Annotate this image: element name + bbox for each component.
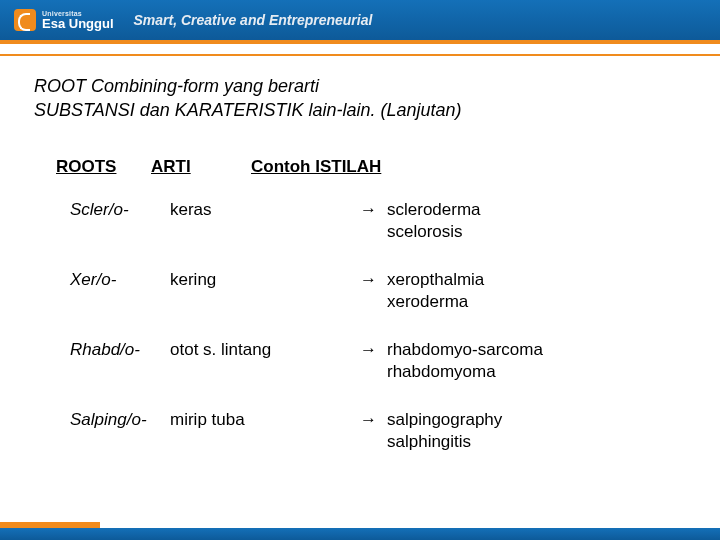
example-1: scleroderma: [387, 200, 481, 219]
cell-arti: otot s. lintang: [170, 339, 360, 383]
table-row: Rhabd/o- otot s. lintang → rhabdomyo-sar…: [70, 339, 686, 383]
brand-logo: Universitas Esa Unggul: [14, 9, 114, 31]
example-2: salphingitis: [387, 432, 471, 451]
header-stripe: [0, 40, 720, 56]
cell-arti: kering: [170, 269, 360, 313]
cell-root: Xer/o-: [70, 269, 170, 313]
cell-examples: scleroderma scelorosis: [387, 199, 481, 243]
title-line-2: SUBSTANSI dan KARATERISTIK lain-lain. (L…: [34, 100, 462, 120]
title-line-1: ROOT Combining-form yang berarti: [34, 76, 319, 96]
example-1: xeropthalmia: [387, 270, 484, 289]
header-arti: ARTI: [151, 157, 251, 177]
cell-examples: salpingography salphingitis: [387, 409, 502, 453]
brand-main: Esa Unggul: [42, 16, 114, 31]
example-2: rhabdomyoma: [387, 362, 496, 381]
example-1: rhabdomyo-sarcoma: [387, 340, 543, 359]
cell-arti: keras: [170, 199, 360, 243]
table-row: Scler/o- keras → scleroderma scelorosis: [70, 199, 686, 243]
header-istilah: Contoh ISTILAH: [251, 157, 381, 177]
slide-content: ROOT Combining-form yang berarti SUBSTAN…: [0, 56, 720, 453]
brand-sup: Universitas: [42, 10, 114, 17]
cell-root: Scler/o-: [70, 199, 170, 243]
table-row: Salping/o- mirip tuba → salpingography s…: [70, 409, 686, 453]
arrow-icon: →: [360, 339, 377, 383]
cell-root: Rhabd/o-: [70, 339, 170, 383]
column-headers: ROOTS ARTI Contoh ISTILAH: [34, 157, 686, 177]
arrow-icon: →: [360, 269, 377, 313]
cell-examples: xeropthalmia xeroderma: [387, 269, 484, 313]
brand-name: Universitas Esa Unggul: [42, 10, 114, 30]
cell-arti: mirip tuba: [170, 409, 360, 453]
example-2: scelorosis: [387, 222, 463, 241]
slide-title: ROOT Combining-form yang berarti SUBSTAN…: [34, 74, 686, 123]
tagline: Smart, Creative and Entrepreneurial: [134, 12, 373, 28]
arrow-icon: →: [360, 199, 377, 243]
example-2: xeroderma: [387, 292, 468, 311]
logo-icon: [14, 9, 36, 31]
example-1: salpingography: [387, 410, 502, 429]
footer-stripe: [0, 528, 720, 540]
table-body: Scler/o- keras → scleroderma scelorosis …: [34, 199, 686, 454]
arrow-icon: →: [360, 409, 377, 453]
header-roots: ROOTS: [56, 157, 151, 177]
top-bar: Universitas Esa Unggul Smart, Creative a…: [0, 0, 720, 40]
cell-root: Salping/o-: [70, 409, 170, 453]
cell-examples: rhabdomyo-sarcoma rhabdomyoma: [387, 339, 543, 383]
table-row: Xer/o- kering → xeropthalmia xeroderma: [70, 269, 686, 313]
footer-bar: [0, 514, 720, 540]
